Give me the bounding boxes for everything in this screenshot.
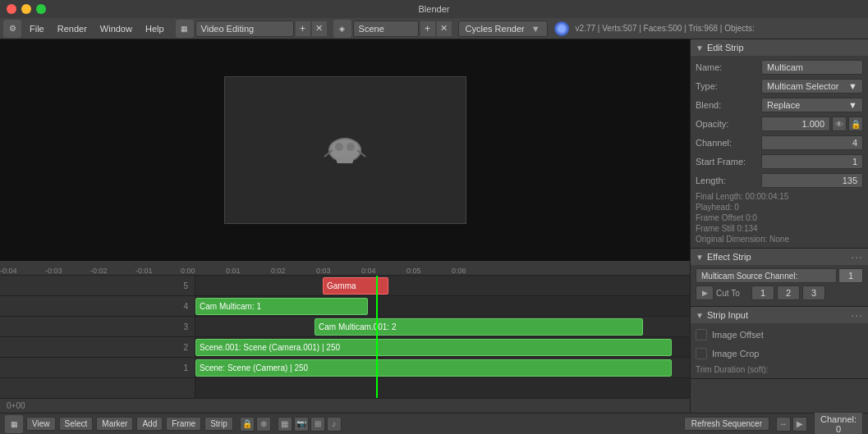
channel-row: Channel: 4 xyxy=(696,135,863,151)
channel-value[interactable]: 4 xyxy=(761,135,863,150)
channel-label-1: 1 xyxy=(0,358,195,378)
strip-input-options[interactable]: ··· xyxy=(851,308,863,322)
window-controls xyxy=(7,4,46,14)
strip-scene2[interactable]: Scene: Scene (Camera) | 250 xyxy=(195,359,672,377)
opacity-label: Opacity: xyxy=(696,119,761,129)
window-title: Blender xyxy=(419,4,450,14)
ruler-tick: -0:02 xyxy=(90,267,108,275)
cut-to-3-button[interactable]: 3 xyxy=(802,286,825,300)
right-panel: ▼ Edit Strip Name: Multicam Type: Multic… xyxy=(690,39,868,413)
dropdown-arrow: ▼ xyxy=(848,81,857,91)
length-value[interactable]: 135 xyxy=(761,173,863,188)
opacity-eye-icon[interactable]: 👁 xyxy=(832,116,847,131)
effect-strip-header[interactable]: ▼ Effect Strip ··· xyxy=(691,249,868,265)
length-row: Length: 135 xyxy=(696,172,863,189)
add-scene-button[interactable]: + xyxy=(420,21,435,36)
channel-label-3: 3 xyxy=(0,317,195,337)
opacity-row: Opacity: 1.000 👁 🔒 xyxy=(696,116,863,132)
status-channel-area: Refresh Sequencer ↔ ▶ Channel: 0 xyxy=(684,412,863,435)
view-button[interactable]: View xyxy=(26,417,56,431)
menu-render[interactable]: Render xyxy=(53,22,92,35)
track-row-5: Gamma xyxy=(195,276,690,296)
start-frame-value[interactable]: 1 xyxy=(761,154,863,169)
dropdown-arrow-blend: ▼ xyxy=(848,100,857,110)
track-row-4: Cam Multicam: 1 xyxy=(195,296,690,317)
opacity-value[interactable]: 1.000 xyxy=(761,116,830,131)
statusbar-audio-icon[interactable]: ♪ xyxy=(327,417,342,432)
multicam-source-label: Multicam Source Channel: xyxy=(696,268,837,283)
blender-icon[interactable]: ⚙ xyxy=(3,20,21,38)
add-button[interactable]: Add xyxy=(136,417,163,431)
effect-strip-body: Multicam Source Channel: 1 ▶ Cut To 1 2 … xyxy=(691,265,868,306)
multicam-source-value[interactable]: 1 xyxy=(838,268,863,283)
preview-object xyxy=(316,126,374,175)
statusbar-magnet-icon[interactable]: ⊕ xyxy=(256,417,271,432)
render-engine-selector[interactable]: Cycles Render ▼ xyxy=(458,21,548,37)
cut-to-2-button[interactable]: 2 xyxy=(777,286,800,300)
titlebar: Blender xyxy=(0,0,868,18)
strip-input-arrow: ▼ xyxy=(696,311,704,320)
ruler-tick: 0:03 xyxy=(316,267,331,275)
statusbar-sync-icon[interactable]: ↔ xyxy=(776,417,791,432)
strip-input-header[interactable]: ▼ Strip Input ··· xyxy=(691,307,868,323)
blend-label: Blend: xyxy=(696,100,761,110)
type-dropdown[interactable]: Multicam Selector ▼ xyxy=(761,79,863,94)
name-value[interactable]: Multicam xyxy=(761,60,863,75)
workspace-label: Video Editing xyxy=(201,24,255,34)
blend-dropdown[interactable]: Replace ▼ xyxy=(761,98,863,112)
close-scene-button[interactable]: ✕ xyxy=(437,21,452,36)
add-workspace-button[interactable]: + xyxy=(296,21,310,36)
preview-viewport xyxy=(224,76,466,224)
ruler-tick: -0:04 xyxy=(0,267,17,275)
select-button[interactable]: Select xyxy=(59,417,94,431)
cut-play-button[interactable]: ▶ xyxy=(696,286,714,300)
edit-strip-arrow: ▼ xyxy=(696,43,704,53)
menu-window[interactable]: Window xyxy=(95,22,137,35)
edit-strip-section: ▼ Edit Strip Name: Multicam Type: Multic… xyxy=(691,39,868,249)
statusbar-view-icon[interactable]: ▦ xyxy=(278,417,292,432)
image-crop-checkbox[interactable] xyxy=(696,348,707,359)
effect-strip-title: Effect Strip xyxy=(707,252,751,262)
channel-labels: 5 4 3 2 1 xyxy=(0,276,195,398)
marker-button[interactable]: Marker xyxy=(96,417,133,431)
image-offset-label: Image Offset xyxy=(712,330,764,340)
statusbar: ▦ View Select Marker Add Frame Strip 🔒 ⊕… xyxy=(0,413,868,434)
stats-text: v2.77 | Verts:507 | Faces:500 | Tris:968… xyxy=(576,24,755,33)
close-button[interactable] xyxy=(7,4,16,14)
strip-input-body: Image Offset Image Crop Trim Duration (s… xyxy=(691,323,868,378)
frame-button[interactable]: Frame xyxy=(166,417,201,431)
strip-button[interactable]: Strip xyxy=(204,417,233,431)
menu-file[interactable]: File xyxy=(25,22,49,35)
statusbar-camera-icon[interactable]: 📷 xyxy=(294,417,309,432)
edit-strip-header[interactable]: ▼ Edit Strip xyxy=(691,39,868,56)
preview-panel: -0:04 -0:03 -0:02 -0:01 0:00 0:01 0:02 0… xyxy=(0,39,690,413)
menu-help[interactable]: Help xyxy=(140,22,169,35)
strip-cam2[interactable]: Cam Multicam.001: 2 xyxy=(315,318,643,336)
strip-scene1[interactable]: Scene.001: Scene (Camera.001) | 250 xyxy=(195,339,672,356)
maximize-button[interactable] xyxy=(36,4,46,14)
statusbar-lock-icon[interactable]: 🔒 xyxy=(240,417,255,432)
playhead[interactable] xyxy=(376,276,378,398)
statusbar-play-icon[interactable]: ▶ xyxy=(792,417,807,432)
main-content: -0:04 -0:03 -0:02 -0:01 0:00 0:01 0:02 0… xyxy=(0,39,868,413)
strip-cam1[interactable]: Cam Multicam: 1 xyxy=(195,298,368,315)
strip-gamma[interactable]: Gamma xyxy=(323,277,388,295)
scene-selector[interactable]: Scene xyxy=(353,21,419,37)
statusbar-render-icon[interactable]: ⊞ xyxy=(310,417,325,432)
opacity-lock-icon[interactable]: 🔒 xyxy=(848,116,863,131)
playhead-text: Playhead: 0 xyxy=(696,202,863,212)
workspace-selector[interactable]: Video Editing xyxy=(195,21,294,37)
cut-to-1-button[interactable]: 1 xyxy=(751,286,774,300)
strip-input-section: ▼ Strip Input ··· Image Offset Image Cro… xyxy=(691,307,868,379)
seq-bottom-bar: 0+00 xyxy=(0,398,690,413)
current-frame-display: 0+00 xyxy=(7,401,25,410)
effect-strip-section: ▼ Effect Strip ··· Multicam Source Chann… xyxy=(691,249,868,307)
minimize-button[interactable] xyxy=(21,4,31,14)
frame-still-text: Frame Still 0:134 xyxy=(696,223,863,234)
refresh-sequencer-button[interactable]: Refresh Sequencer xyxy=(684,417,769,431)
close-workspace-button[interactable]: ✕ xyxy=(312,21,327,36)
image-offset-checkbox[interactable] xyxy=(696,329,707,340)
effect-strip-options[interactable]: ··· xyxy=(851,250,863,263)
ruler-tick: 0:05 xyxy=(406,267,421,275)
edit-strip-title: Edit Strip xyxy=(707,43,744,53)
